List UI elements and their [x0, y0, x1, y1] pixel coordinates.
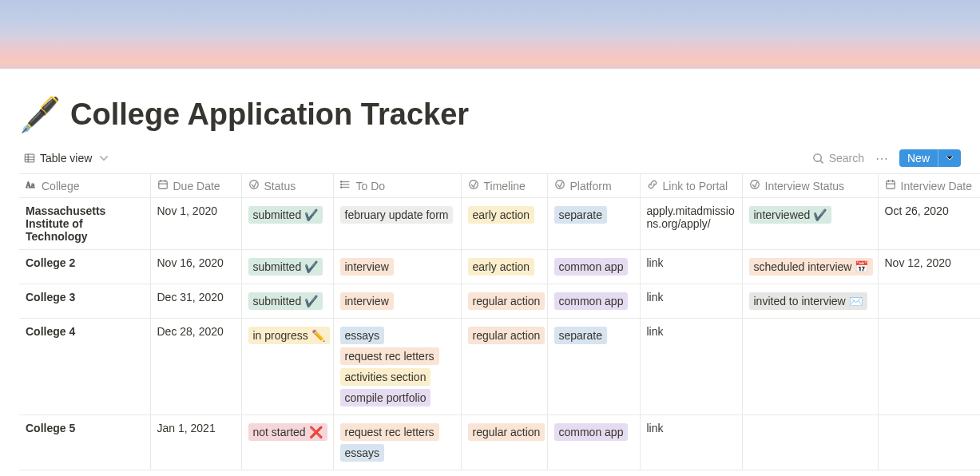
tag[interactable]: activities section — [340, 368, 431, 386]
search-button[interactable]: Search — [812, 152, 864, 165]
cell-todo[interactable]: request rec letters essays — [333, 415, 461, 470]
select-icon — [749, 179, 760, 192]
cell-idate[interactable]: Oct 26, 2020 — [878, 198, 980, 250]
tag[interactable]: early action — [468, 206, 535, 224]
cell-timeline[interactable]: regular action — [461, 415, 547, 470]
cell-idate[interactable] — [878, 415, 980, 470]
cell-due[interactable]: Dec 28, 2020 — [150, 319, 241, 415]
tag[interactable]: separate — [554, 327, 607, 344]
cell-due[interactable]: Jan 1, 2021 — [150, 415, 241, 470]
tag[interactable]: common app — [554, 292, 629, 310]
column-header-timeline[interactable]: Timeline — [461, 174, 547, 198]
add-row[interactable]: ＋ New — [19, 470, 961, 476]
table-row[interactable]: Massachusetts Institute of TechnologyNov… — [19, 198, 980, 250]
tag[interactable]: essays — [340, 444, 385, 462]
tag[interactable]: february update form — [340, 206, 454, 224]
cell-timeline[interactable]: regular action — [461, 319, 547, 415]
column-header-due[interactable]: Due Date — [150, 174, 241, 198]
cell-status[interactable]: in progress ✏️ — [241, 319, 333, 415]
cell-link[interactable]: apply.mitadmissions.org/apply/ — [640, 198, 742, 250]
page-title[interactable]: College Application Tracker — [70, 97, 469, 132]
column-header-platform[interactable]: Platform — [547, 174, 640, 198]
page-icon[interactable]: 🖋️ — [19, 98, 61, 132]
cell-status[interactable]: not started ❌ — [241, 415, 333, 470]
cell-platform[interactable]: separate — [547, 319, 640, 415]
tag[interactable]: interview — [340, 292, 394, 310]
tag[interactable]: common app — [554, 258, 629, 276]
cell-idate[interactable] — [878, 284, 980, 319]
tag[interactable]: separate — [554, 206, 607, 224]
tag[interactable]: regular action — [468, 292, 546, 310]
column-header-link[interactable]: Link to Portal — [640, 174, 742, 198]
view-label: Table view — [40, 152, 92, 165]
tag[interactable]: essays — [340, 327, 385, 344]
tag[interactable]: in progress ✏️ — [248, 327, 330, 344]
column-header-idate[interactable]: Interview Date — [878, 174, 980, 198]
cell-todo[interactable]: interview — [333, 250, 461, 284]
tag[interactable]: request rec letters — [340, 423, 439, 441]
cell-platform[interactable]: common app — [547, 284, 640, 319]
column-header-todo[interactable]: To Do — [333, 174, 461, 198]
cell-timeline[interactable]: early action — [461, 198, 547, 250]
cell-timeline[interactable]: early action — [461, 250, 547, 284]
tag[interactable]: request rec letters — [340, 347, 439, 365]
new-button[interactable]: New — [899, 149, 961, 167]
cell-platform[interactable]: common app — [547, 415, 640, 470]
cell-status[interactable]: submitted ✔️ — [241, 284, 333, 319]
table-row[interactable]: College 2Nov 16, 2020submitted ✔️intervi… — [19, 250, 980, 284]
cell-college[interactable]: Massachusetts Institute of Technology — [19, 198, 150, 250]
column-header-college[interactable]: AaCollege — [19, 174, 150, 198]
more-menu[interactable]: ⋯ — [871, 151, 893, 166]
cell-platform[interactable]: separate — [547, 198, 640, 250]
cover-image[interactable] — [0, 0, 980, 69]
cell-due[interactable]: Nov 1, 2020 — [150, 198, 241, 250]
tag[interactable]: submitted ✔️ — [248, 206, 323, 224]
cell-istatus[interactable] — [742, 415, 878, 470]
cell-timeline[interactable]: regular action — [461, 284, 547, 319]
cell-status[interactable]: submitted ✔️ — [241, 250, 333, 284]
tag[interactable]: scheduled interview 📅 — [749, 258, 874, 276]
cell-due[interactable]: Dec 31, 2020 — [150, 284, 241, 319]
cell-todo[interactable]: february update form — [333, 198, 461, 250]
tag[interactable]: invited to interview ✉️ — [749, 292, 867, 310]
cell-status[interactable]: submitted ✔️ — [241, 198, 333, 250]
column-header-istatus[interactable]: Interview Status — [742, 174, 878, 198]
table-row[interactable]: College 3Dec 31, 2020submitted ✔️intervi… — [19, 284, 980, 319]
cell-todo[interactable]: essays request rec letters activities se… — [333, 319, 461, 415]
cell-college[interactable]: College 4 — [19, 319, 150, 415]
cell-due[interactable]: Nov 16, 2020 — [150, 250, 241, 284]
tag[interactable]: interview — [340, 258, 394, 276]
tag[interactable]: common app — [554, 423, 629, 441]
new-button-dropdown[interactable] — [938, 149, 961, 167]
cell-idate[interactable] — [878, 319, 980, 415]
cell-college[interactable]: College 5 — [19, 415, 150, 470]
cell-college[interactable]: College 3 — [19, 284, 150, 319]
tag[interactable]: compile portfolio — [340, 389, 431, 407]
cell-istatus[interactable]: scheduled interview 📅 — [742, 250, 878, 284]
cell-platform[interactable]: common app — [547, 250, 640, 284]
column-header-status[interactable]: Status — [241, 174, 333, 198]
tag[interactable]: not started ❌ — [248, 423, 327, 441]
table-row[interactable]: College 4Dec 28, 2020in progress ✏️essay… — [19, 319, 980, 415]
cell-link[interactable]: link — [640, 284, 742, 319]
cell-link[interactable]: link — [640, 250, 742, 284]
column-label: To Do — [356, 180, 386, 192]
cell-istatus[interactable] — [742, 319, 878, 415]
view-switcher[interactable]: Table view — [19, 150, 114, 166]
tag[interactable]: submitted ✔️ — [248, 258, 323, 276]
tag[interactable]: submitted ✔️ — [248, 292, 323, 310]
cell-todo[interactable]: interview — [333, 284, 461, 319]
table-row[interactable]: College 5Jan 1, 2021not started ❌request… — [19, 415, 980, 470]
tag[interactable]: regular action — [468, 423, 546, 441]
cell-link[interactable]: link — [640, 319, 742, 415]
tag[interactable]: interviewed ✔️ — [749, 206, 832, 224]
cell-link[interactable]: link — [640, 415, 742, 470]
tag[interactable]: regular action — [468, 327, 546, 344]
svg-text:Aa: Aa — [26, 180, 35, 189]
cell-istatus[interactable]: interviewed ✔️ — [742, 198, 878, 250]
cell-istatus[interactable]: invited to interview ✉️ — [742, 284, 878, 319]
cell-college[interactable]: College 2 — [19, 250, 150, 284]
multi-icon — [340, 179, 351, 192]
cell-idate[interactable]: Nov 12, 2020 — [878, 250, 980, 284]
tag[interactable]: early action — [468, 258, 535, 276]
